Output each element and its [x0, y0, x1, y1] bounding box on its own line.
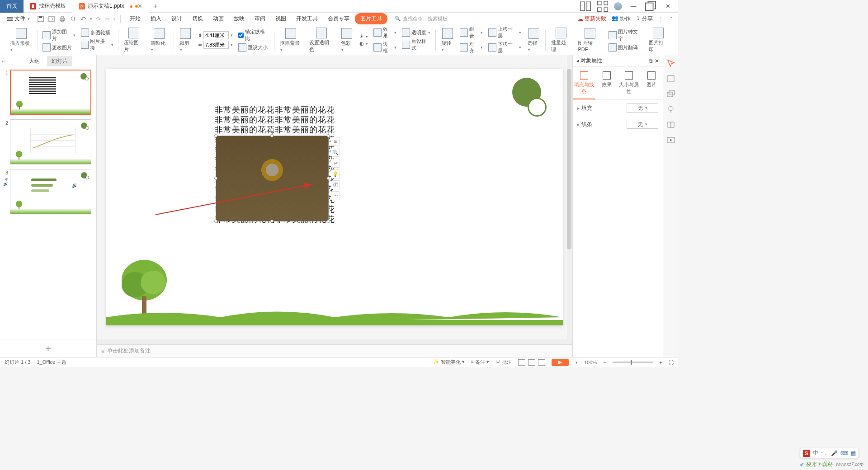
file-menu[interactable]: 文件▾: [5, 14, 33, 24]
popout-icon[interactable]: ⧉: [649, 58, 653, 64]
tab-transition[interactable]: 切换: [188, 13, 208, 24]
line-row[interactable]: ▸线条无▾: [573, 116, 663, 132]
resize-handle[interactable]: [214, 134, 217, 137]
command-search[interactable]: 🔍 查找命令、搜索模板: [395, 15, 448, 22]
idea-icon[interactable]: 💡: [331, 169, 340, 179]
width-input[interactable]: [203, 31, 229, 39]
rotate-handle[interactable]: [270, 128, 274, 132]
more-icon[interactable]: ⋮: [658, 16, 664, 22]
layout-icon[interactable]: [580, 0, 591, 12]
rail-location-icon[interactable]: [666, 105, 675, 114]
preview-icon[interactable]: [70, 15, 77, 23]
print-image-button[interactable]: 图片打印: [649, 28, 668, 53]
resize-handle[interactable]: [214, 177, 217, 180]
selected-image[interactable]: ≡ 🔍 ✂ 💡 Ⓣ ⋯: [216, 136, 329, 221]
resize-handle[interactable]: [270, 220, 274, 223]
zoom-in-button[interactable]: +: [660, 360, 662, 365]
slide-canvas[interactable]: 非常美丽的花花非常美丽的花花非常美丽的花花非常美丽的花花非常美丽的花花非常美丽的…: [106, 69, 563, 325]
horizontal-scrollbar[interactable]: [97, 339, 572, 344]
fill-row[interactable]: ▸填充无▾: [573, 100, 663, 116]
normal-view-icon[interactable]: [518, 359, 525, 366]
close-pane-icon[interactable]: ✕: [655, 58, 659, 64]
share-button[interactable]: ⇪分享: [636, 15, 653, 23]
notes-bar[interactable]: ≡ 单击此处添加备注: [97, 344, 572, 357]
combine-button[interactable]: 组合▾: [460, 26, 483, 39]
transparency-button[interactable]: 透明度▾: [402, 28, 431, 37]
notes-button[interactable]: ≡ 备注 ▾: [471, 359, 489, 366]
sorter-view-icon[interactable]: [528, 359, 535, 366]
add-slide-button[interactable]: +: [0, 339, 96, 357]
border-button[interactable]: 边框▾: [373, 41, 396, 54]
fit-button[interactable]: ⛶: [669, 360, 674, 365]
resize-handle[interactable]: [327, 177, 330, 180]
panetab-size[interactable]: 大小与属性: [618, 67, 641, 99]
rail-layers-icon[interactable]: [666, 89, 675, 99]
image-join-button[interactable]: 图片拼接▾: [81, 38, 114, 52]
up-layer-button[interactable]: 上移一层▾: [488, 26, 521, 39]
color-button[interactable]: 色彩▾: [341, 28, 353, 52]
tab-developer[interactable]: 开发工具: [292, 13, 322, 24]
compress-button[interactable]: 压缩图片: [124, 28, 143, 53]
select-button[interactable]: 选择▾: [528, 28, 540, 52]
slideshow-button[interactable]: ▶: [552, 359, 569, 366]
remove-bg-button[interactable]: 抠除背景▾: [280, 28, 302, 52]
resize-handle[interactable]: [327, 220, 330, 223]
template-tab[interactable]: 找稻壳模板: [24, 0, 72, 13]
slide-thumb-1[interactable]: [10, 70, 91, 115]
tab-member[interactable]: 会员专享: [323, 13, 354, 24]
text-icon[interactable]: Ⓣ: [331, 180, 340, 189]
slides-tab[interactable]: 幻灯片: [47, 56, 72, 66]
lock-ratio-checkbox[interactable]: 锁定纵横比: [238, 28, 269, 42]
format-painter-icon[interactable]: ✂: [105, 16, 109, 22]
rail-book-icon[interactable]: [666, 120, 675, 129]
layers-icon[interactable]: ≡: [331, 137, 340, 146]
resize-handle[interactable]: [327, 134, 330, 137]
saveas-icon[interactable]: [48, 15, 55, 23]
tab-slideshow[interactable]: 放映: [229, 13, 249, 24]
user-avatar[interactable]: [614, 2, 622, 10]
slide-thumb-3[interactable]: 🔊: [10, 169, 91, 214]
zoom-label[interactable]: 100%: [584, 360, 597, 365]
height-input[interactable]: [203, 41, 229, 49]
tab-design[interactable]: 设计: [167, 13, 187, 24]
batch-button[interactable]: 批量处理: [551, 28, 571, 53]
insert-shape-button[interactable]: 插入形状▾: [10, 28, 32, 52]
to-text-button[interactable]: 图片转文字: [609, 28, 642, 42]
reset-size-button[interactable]: 重设大小: [238, 43, 269, 52]
zoom-out-button[interactable]: −: [603, 360, 606, 365]
tab-animation[interactable]: 动画: [208, 13, 228, 24]
resize-handle[interactable]: [270, 134, 274, 137]
panetab-image[interactable]: 图片: [640, 67, 663, 99]
crop-icon[interactable]: ✂: [331, 159, 340, 168]
vertical-scrollbar[interactable]: [567, 55, 571, 339]
down-layer-button[interactable]: 下移一层▾: [488, 41, 521, 54]
fill-select[interactable]: 无▾: [627, 103, 658, 113]
contrast-button[interactable]: ◐▾: [359, 41, 368, 47]
tab-insert[interactable]: 插入: [146, 13, 166, 24]
resize-handle[interactable]: [214, 220, 217, 223]
chevron-left-icon[interactable]: ◂: [576, 58, 579, 63]
outline-tab[interactable]: 大纲: [24, 56, 44, 66]
zoom-slider[interactable]: [613, 362, 653, 363]
brightness-button[interactable]: ☀▾: [359, 33, 368, 39]
line-select[interactable]: 无▾: [627, 120, 658, 129]
maximize-button[interactable]: [645, 0, 656, 12]
tab-review[interactable]: 审阅: [250, 13, 270, 24]
save-icon[interactable]: [37, 15, 44, 23]
tab-view[interactable]: 视图: [271, 13, 291, 24]
reading-view-icon[interactable]: [538, 359, 545, 366]
reset-style-button[interactable]: 重设样式: [402, 38, 431, 52]
set-transparent-button[interactable]: 设置透明色: [309, 28, 334, 53]
rail-select-icon[interactable]: [666, 59, 675, 68]
multi-rotate-button[interactable]: 多图轮播: [81, 28, 114, 37]
undo-button[interactable]: ↶: [80, 15, 86, 23]
collapse-ribbon-icon[interactable]: ⌃: [669, 16, 674, 22]
new-tab-button[interactable]: +: [149, 2, 162, 10]
close-button[interactable]: ✕: [662, 0, 674, 12]
slide-thumb-2[interactable]: [10, 119, 91, 164]
more-tools-icon[interactable]: ⋯: [331, 191, 340, 200]
add-image-button[interactable]: 添加图片▾: [42, 28, 75, 42]
rotate-button[interactable]: 旋转▾: [441, 28, 453, 52]
clarity-button[interactable]: 清晰化▾: [151, 28, 168, 52]
collapse-panel-icon[interactable]: ‹‹: [2, 59, 5, 64]
